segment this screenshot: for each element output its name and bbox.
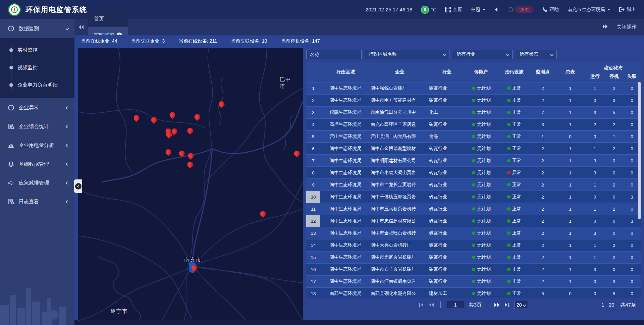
pager-divider	[488, 302, 488, 308]
col-运行: 运行	[585, 73, 604, 79]
chevron-left-icon	[66, 162, 69, 166]
map-pin-1[interactable]	[134, 115, 140, 121]
page-size-select[interactable]: 20	[514, 301, 528, 309]
cell-region: 阆中生态环境局	[320, 278, 371, 284]
table-row-15[interactable]: 15阆中生态环境局阆中市光富页岩机砖厂砖瓦行业无计划正常21120	[306, 251, 641, 263]
sidebar-section-1[interactable]: 数据监测	[0, 19, 74, 38]
table-row-1[interactable]: 1阆中生态环境局阆中强锐页岩砖厂砖瓦行业无计划正常21120	[306, 82, 641, 94]
industry-select[interactable]: 所有行业	[453, 50, 513, 59]
status-dot	[507, 207, 511, 211]
map-pin-2[interactable]	[151, 117, 157, 123]
caret-down-icon	[482, 9, 486, 10]
sidebar-section-label: 应急减排管理	[19, 180, 49, 186]
cell-limit-status: 无计划	[465, 109, 498, 115]
map-pin-7[interactable]	[171, 128, 177, 134]
table-row-8[interactable]: 8阆中生态环境局阆中市枣碧大梁山页岩砖瓦行业无计划异常21300	[306, 166, 641, 178]
sidebar-item-视频监控[interactable]: 视频监控	[0, 59, 74, 76]
map-pin-16[interactable]	[191, 265, 197, 271]
cell-num: 13	[306, 227, 320, 239]
map-pin-12[interactable]	[188, 153, 194, 159]
map-panel[interactable]: 巴中市南充市遂宁市	[78, 48, 303, 320]
status-dot	[472, 195, 475, 199]
map-collapse-button[interactable]	[74, 179, 82, 193]
logout-button[interactable]: 退出	[619, 7, 636, 13]
cell-treatment-status: 正常	[498, 158, 530, 164]
notifications-button[interactable]: 2632	[508, 6, 534, 13]
cell-monitor-count: 1	[530, 134, 555, 139]
sidebar-section-2[interactable]: 企业异常	[0, 98, 74, 117]
cell-region: 阆中生态环境局	[320, 218, 371, 224]
cell-num: 1	[306, 82, 320, 94]
cell-run-count: 3	[585, 110, 604, 115]
tabs-scroll-right-button[interactable]	[602, 24, 608, 30]
table-row-3[interactable]: 3仪陇生态环境局西南油气田分公司川中化工无计划正常71350	[306, 106, 641, 118]
double-chevron-right-icon	[602, 24, 608, 29]
sidebar-section-4[interactable]: 企业用电量分析	[0, 136, 74, 155]
sidebar-section-7[interactable]: 日志查看	[0, 192, 74, 211]
map-pin-13[interactable]	[187, 162, 193, 167]
map-pin-11[interactable]	[179, 151, 184, 156]
sidebar-item-实时监控[interactable]: 实时监控	[0, 41, 74, 59]
map-pin-10[interactable]	[165, 149, 171, 155]
last-page-button[interactable]	[504, 303, 509, 307]
cell-treatment-status: 正常	[498, 218, 530, 224]
region-select[interactable]: 行政区域名称	[365, 50, 449, 59]
table-row-10[interactable]: 10阆中生态环境局阆中千佛镇五郎垭页岩砖瓦行业无计划正常21003	[306, 191, 641, 203]
table-row-13[interactable]: 13阆中生态环境局阆中市金福旺页岩机砖砖瓦行业无计划正常21300	[306, 227, 641, 239]
table-row-11[interactable]: 11阆中生态环境局阆中市五马桥页岩机砖砖瓦行业无计划正常21120	[306, 203, 641, 215]
tab-首页[interactable]: 首页	[88, 11, 128, 27]
table-row-16[interactable]: 16阆中生态环境局阆中市石子页岩机砖厂砖瓦行业无计划正常21300	[306, 263, 641, 275]
table-row-7[interactable]: 7阆中生态环境局阆中明阳建材有限公司砖瓦行业无计划正常21300	[306, 154, 641, 166]
help-label: 帮助	[549, 7, 559, 13]
table-row-18[interactable]: 18南部生态环境局南部县砌化水泥有限公建材加工无计划正常50050	[306, 287, 641, 298]
cell-lost-count: 0	[624, 243, 640, 248]
table-row-14[interactable]: 14阆中生态环境局阆中大兴页岩机砖厂砖瓦行业无计划正常21120	[306, 239, 641, 251]
app-root: 环保用电监管系统 2021-02-25 17:46:18 0 ℃ 全屏 主题 2…	[0, 0, 644, 325]
notification-count-badge: 2632	[515, 6, 534, 13]
cell-region: 阆中生态环境局	[320, 158, 371, 164]
table-row-2[interactable]: 2阆中生态环境局阆中市南方节能建材有砖瓦行业无计划正常21030	[306, 94, 641, 106]
status-dot	[472, 207, 475, 211]
theme-dropdown[interactable]: 主题	[471, 7, 486, 13]
map-pin-14[interactable]	[294, 151, 300, 156]
log-icon	[7, 199, 15, 205]
next-page-icon	[494, 303, 500, 307]
cell-stop-count: 1	[604, 134, 624, 139]
prev-page-button[interactable]	[429, 303, 434, 307]
cell-treatment-status: 正常	[498, 290, 530, 296]
name-search-input[interactable]	[306, 50, 362, 59]
sidebar-section-5[interactable]: 基础数据管理	[0, 155, 74, 173]
cell-company: 西南油气田分公司川中	[371, 109, 429, 115]
status-select[interactable]: 所有状态	[516, 50, 557, 59]
close-operations-button[interactable]: 关闭操作	[616, 24, 637, 30]
table-row-5[interactable]: 5营山生态环境局营山县润丰肉食品有限食品无计划正常10010	[306, 130, 641, 142]
table-scrollbar[interactable]	[638, 82, 641, 219]
cell-lost-count: 3	[624, 219, 640, 224]
table-row-6[interactable]: 6阆中生态环境局阆中市金博瑞新型墙材砖瓦行业无计划正常21120	[306, 142, 641, 154]
cell-industry: 砖瓦行业	[429, 254, 465, 260]
table-row-12[interactable]: 12阆中生态环境局阆中市忠信建材有限公砖瓦行业无计划正常21003	[306, 215, 641, 227]
first-page-button[interactable]	[419, 303, 424, 307]
sidebar-item-企业电力负荷明细[interactable]: 企业电力负荷明细	[0, 76, 74, 94]
sidebar-section-3[interactable]: 企业综合统计	[0, 117, 74, 136]
tabs-scroll-left-button[interactable]	[74, 19, 88, 35]
table-row-17[interactable]: 17阆中生态环境局阆中市江南镇阆南页岩砖瓦行业无计划正常21030	[306, 275, 641, 287]
cell-stop-count: 0	[604, 170, 624, 175]
name-input-field[interactable]	[310, 52, 358, 57]
table-row-9[interactable]: 9阆中生态环境局阆中市二龙长宝页岩砖砖瓦行业无计划正常21120	[306, 178, 641, 191]
map-pin-3[interactable]	[169, 112, 175, 118]
next-page-button[interactable]	[494, 303, 500, 307]
map-pin-5[interactable]	[219, 101, 225, 107]
sidebar-section-6[interactable]: 应急减排管理	[0, 173, 74, 192]
help-button[interactable]: 帮助	[542, 7, 559, 13]
theme-label: 主题	[471, 7, 480, 13]
map-pin-9[interactable]	[187, 128, 193, 133]
map-pin-15[interactable]	[260, 211, 266, 217]
sound-mute-button[interactable]	[494, 7, 499, 12]
org-dropdown[interactable]: 南充市生态环境局	[568, 7, 610, 13]
fullscreen-button[interactable]: 全屏	[445, 7, 462, 13]
table-row-4[interactable]: 4高坪生态环境局南充市高坪区王家店建砖瓦行业无计划正常31220	[306, 118, 641, 130]
page-number-input[interactable]: 1	[447, 301, 464, 309]
map-pin-4[interactable]	[195, 114, 200, 120]
map-pin-8[interactable]	[166, 132, 172, 138]
